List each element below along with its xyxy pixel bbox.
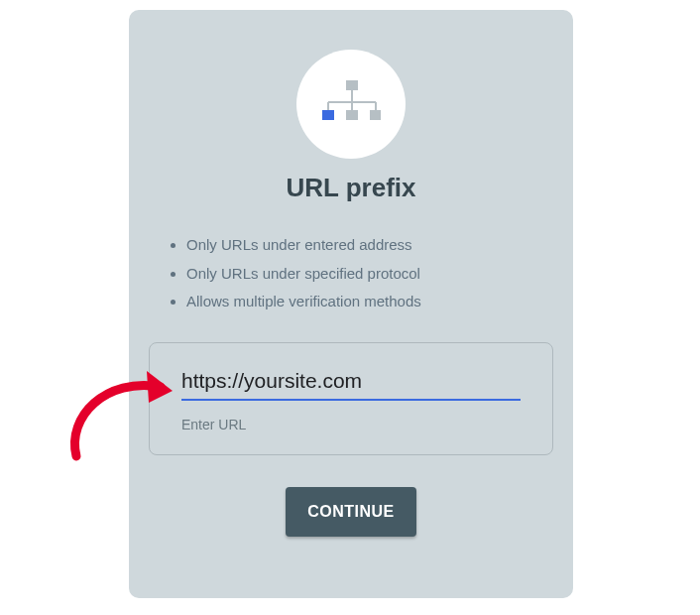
sitemap-icon (321, 80, 381, 128)
feature-list: Only URLs under entered address Only URL… (186, 231, 421, 316)
list-item: Only URLs under entered address (186, 231, 421, 260)
sitemap-icon-wrapper (296, 50, 406, 159)
continue-button[interactable]: CONTINUE (286, 487, 416, 537)
input-helper-text: Enter URL (181, 417, 521, 432)
card-title: URL prefix (287, 173, 416, 203)
url-input[interactable] (181, 367, 521, 401)
url-input-container: Enter URL (149, 342, 553, 455)
list-item: Only URLs under specified protocol (186, 260, 421, 289)
svg-rect-6 (322, 110, 334, 120)
list-item: Allows multiple verification methods (186, 288, 421, 316)
svg-rect-7 (346, 110, 358, 120)
svg-rect-8 (370, 110, 381, 120)
property-type-card: URL prefix Only URLs under entered addre… (129, 10, 573, 598)
svg-rect-0 (346, 80, 358, 90)
